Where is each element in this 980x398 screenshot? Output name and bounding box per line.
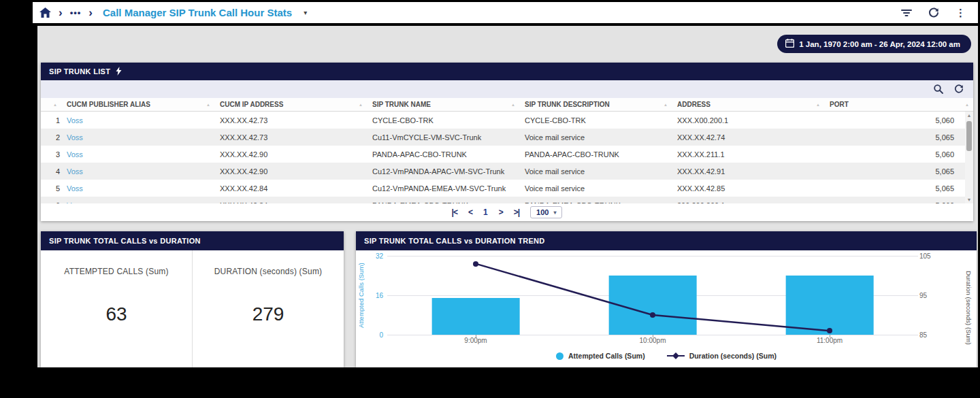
cucm-ip-cell: XXX.XX.42.84 [214, 184, 367, 193]
totals-body: ATTEMPTED CALLS (Sum) 63 DURATION (secon… [41, 250, 344, 367]
address-cell: XXX.XX.42.91 [672, 167, 824, 176]
sip-trunk-name-cell: Cu12-VmPANDA-EMEA-VM-SVC-Trunk [367, 184, 519, 193]
row-index: 2 [41, 133, 61, 142]
port-cell: 5,065 [824, 133, 973, 142]
refresh-icon[interactable] [928, 7, 939, 18]
metric-value: 63 [41, 303, 192, 325]
title-dropdown-caret-icon[interactable]: ▾ [304, 9, 307, 16]
cucm-publisher-alias-cell: Voss [61, 167, 214, 176]
sort-caret-icon: ▲ [359, 103, 363, 107]
kebab-menu-icon[interactable]: ⋮ [956, 7, 966, 19]
column-header[interactable]: PORT▲ [824, 101, 973, 108]
breadcrumb-ellipsis[interactable]: ••• [70, 7, 82, 18]
page-title: Call Manager SIP Trunk Call Hour Stats [103, 7, 292, 18]
sort-caret-icon: ▲ [53, 103, 57, 107]
column-header-label: PORT [830, 101, 849, 108]
table-row[interactable]: 1VossXXX.XX.42.73CYCLE-CBO-TRKCYCLE-CBO-… [41, 112, 973, 129]
metric-label: DURATION (seconds) (Sum) [193, 267, 344, 276]
legend-item[interactable]: Duration (seconds) (Sum) [667, 352, 777, 360]
home-icon[interactable] [39, 7, 51, 18]
port-cell: 5,060 [824, 201, 973, 204]
panel-title: SIP TRUNK TOTAL CALLS vs DURATION TREND [364, 237, 545, 245]
date-range-picker[interactable]: 1 Jan, 1970 2:00 am - 26 Apr, 2024 12:00… [777, 35, 971, 53]
table-refresh-icon[interactable] [954, 84, 964, 94]
trend-panel-header: SIP TRUNK TOTAL CALLS vs DURATION TREND [356, 231, 977, 250]
sip-trunk-list-panel: SIP TRUNK LIST ▲CUCM PUBLISHER ALIAS▲CUC… [41, 63, 973, 221]
left-tick-label: 0 [379, 331, 383, 339]
legend-item[interactable]: Attempted Calls (Sum) [556, 352, 645, 360]
lightning-bolt-icon[interactable] [116, 67, 122, 77]
column-header-label: ADDRESS [677, 101, 710, 108]
column-header[interactable]: CUCM PUBLISHER ALIAS▲ [61, 101, 214, 108]
x-axis-labels: 9:00pm10:00pm11:00pm [387, 337, 918, 346]
legend-dot-icon [556, 352, 564, 360]
breadcrumb: › ••• › Call Manager SIP Trunk Call Hour… [39, 7, 307, 18]
calendar-icon [785, 39, 794, 49]
sip-trunk-description-cell: PANDA-APAC-CBO-TRUNK [519, 150, 672, 159]
scrollbar-thumb[interactable] [966, 121, 972, 151]
attempted-calls-metric: ATTEMPTED CALLS (Sum) 63 [41, 250, 193, 367]
alias-link[interactable]: Voss [67, 150, 83, 159]
column-header[interactable]: SIP TRUNK NAME▲ [367, 101, 519, 108]
table-row[interactable]: 3VossXXX.XX.42.90PANDA-APAC-CBO-TRUNKPAN… [41, 146, 973, 163]
alias-link[interactable]: Voss [67, 133, 83, 142]
page-size-select[interactable]: 100 ▾ [530, 206, 562, 218]
line-point[interactable] [473, 261, 478, 267]
right-axis-ticks: 8595105 [919, 256, 937, 335]
sort-caret-icon: ▲ [664, 103, 668, 107]
line-point[interactable] [650, 312, 655, 318]
filter-icon[interactable] [901, 9, 912, 17]
cucm-publisher-alias-cell: Voss [61, 150, 214, 159]
right-tick-label: 85 [919, 331, 927, 339]
column-header[interactable]: SIP TRUNK DESCRIPTION▲ [519, 101, 672, 108]
current-page: 1 [483, 208, 488, 217]
page-size-value: 100 [536, 208, 549, 216]
app-screen: › ••• › Call Manager SIP Trunk Call Hour… [0, 0, 980, 398]
cucm-publisher-alias-cell: Voss [61, 116, 214, 125]
cucm-ip-cell: XXX.XX.42.90 [214, 150, 367, 159]
column-header-label: SIP TRUNK NAME [372, 101, 431, 108]
column-header-index[interactable]: ▲ [41, 103, 61, 107]
alias-link[interactable]: Voss [67, 201, 83, 204]
metric-label: ATTEMPTED CALLS (Sum) [41, 267, 192, 276]
scroll-down-icon[interactable]: ▼ [965, 197, 973, 202]
scroll-up-icon[interactable]: ▲ [965, 113, 973, 118]
x-axis-label: 10:00pm [640, 337, 666, 344]
chart-plot [387, 256, 918, 335]
pagination: |< < 1 > >| 100 ▾ [41, 203, 973, 221]
port-cell: 5,060 [824, 150, 973, 159]
cucm-publisher-alias-cell: Voss [61, 201, 214, 204]
dashboard-workspace: 1 Jan, 1970 2:00 am - 26 Apr, 2024 12:00… [37, 26, 978, 367]
port-cell: 5,065 [824, 167, 973, 176]
breadcrumb-chevron-icon: › [88, 7, 93, 18]
table-row[interactable]: 6VossXXX.XX.42.84PANDA-EMEA-CBO-TRUNKPAN… [41, 197, 973, 203]
column-header[interactable]: CUCM IP ADDRESS▲ [214, 101, 367, 108]
date-range-label: 1 Jan, 1970 2:00 am - 26 Apr, 2024 12:00… [799, 40, 960, 48]
table-row[interactable]: 4VossXXX.XX.42.90Cu12-VmPANDA-APAC-VM-SV… [41, 163, 973, 180]
cucm-ip-cell: XXX.XX.42.90 [214, 167, 367, 176]
table-scrollbar[interactable]: ▲ ▼ [965, 112, 973, 203]
totals-panel: SIP TRUNK TOTAL CALLS vs DURATION ATTEMP… [41, 231, 344, 367]
x-axis-label: 9:00pm [464, 337, 487, 344]
alias-link[interactable]: Voss [67, 167, 83, 176]
panel-title: SIP TRUNK LIST [49, 67, 110, 76]
search-icon[interactable] [934, 84, 943, 94]
chevron-down-icon: ▾ [553, 210, 556, 216]
right-tick-label: 95 [919, 292, 927, 299]
alias-link[interactable]: Voss [67, 116, 83, 125]
column-header[interactable]: ADDRESS▲ [672, 101, 824, 108]
legend-line-icon [667, 355, 685, 356]
table-row[interactable]: 5VossXXX.XX.42.84Cu12-VmPANDA-EMEA-VM-SV… [41, 180, 973, 197]
sip-trunk-list-header: SIP TRUNK LIST [41, 63, 973, 80]
next-page-button[interactable]: > [499, 208, 503, 217]
sip-trunk-name-cell: Cu11-VmCYCLE-VM-SVC-Trunk [367, 133, 519, 142]
address-cell: XXX.XX.42.85 [672, 184, 824, 193]
alias-link[interactable]: Voss [67, 184, 83, 193]
table-row[interactable]: 2VossXXX.XX.42.73Cu11-VmCYCLE-VM-SVC-Tru… [41, 129, 973, 146]
first-page-button[interactable]: |< [452, 208, 457, 217]
prev-page-button[interactable]: < [468, 208, 472, 217]
line-point[interactable] [827, 328, 832, 333]
last-page-button[interactable]: >| [514, 208, 519, 217]
sip-trunk-description-cell: Voice mail service [519, 184, 672, 193]
cucm-publisher-alias-cell: Voss [61, 133, 214, 142]
